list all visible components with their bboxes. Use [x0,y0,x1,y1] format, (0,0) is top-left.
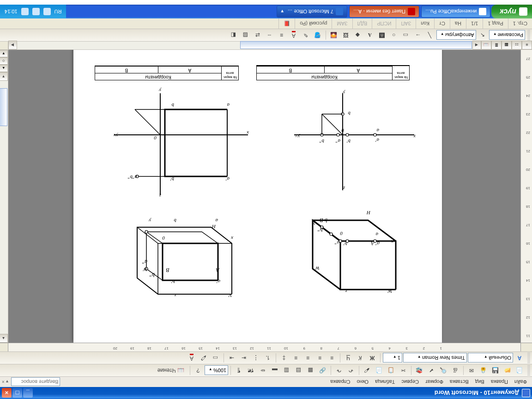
status-rec[interactable]: ЗАП [396,18,416,29]
select-objects-button[interactable]: ↖ [477,30,488,41]
menu-insert[interactable]: Вставка [447,378,472,386]
numbering-button[interactable]: ⒈ [262,352,273,363]
copy-button[interactable]: 📋 [386,365,397,376]
vertical-scrollbar[interactable]: ▲ ▼ ▴ ○ ▾ [0,50,8,343]
menu-help[interactable]: Справка [327,378,353,386]
style-combo[interactable]: Обычный [468,353,513,363]
tables-button[interactable]: ▦ [305,365,316,376]
cut-button[interactable]: ✂ [398,365,409,376]
help-button[interactable]: ? [193,365,204,376]
menu-file[interactable]: Файл [511,378,530,386]
toolbar-grip[interactable] [527,353,530,363]
size-combo[interactable]: 1 [383,353,402,363]
save-button[interactable]: 💾 [490,365,501,376]
read-mode-button[interactable]: 📖 Чтение [154,365,187,376]
view-normal-button[interactable]: ≡ [522,41,532,49]
scroll-left-button[interactable]: ◀ [472,41,481,49]
menu-table[interactable]: Таблица [372,378,398,386]
show-marks-button[interactable]: ¶ [233,365,244,376]
tray-icon[interactable] [43,8,51,15]
line-spacing-button[interactable]: ‡ [278,352,290,363]
autoshapes-menu[interactable]: Автофигуры [436,30,476,40]
close-button[interactable]: × [2,388,12,398]
menu-view[interactable]: Вид [472,378,488,386]
scroll-down-button[interactable]: ▼ [0,72,8,81]
format-painter-button[interactable]: 🖌 [362,365,373,376]
tray-icon[interactable] [32,8,40,15]
3d-button[interactable]: ◧ [228,30,239,41]
picture-button[interactable]: 🌄 [328,30,339,41]
next-page-button[interactable]: ▾ [0,50,8,57]
language-indicator[interactable]: RU [54,9,62,14]
menu-format[interactable]: Формат [422,378,447,386]
spell-button[interactable]: ✔ [426,365,437,376]
draw-menu[interactable]: Рисование [489,30,525,40]
status-trk[interactable]: ИСПР [372,18,396,29]
line-color-button[interactable]: ✎ [300,30,311,41]
drawing-toggle-button[interactable]: ✏ [257,365,268,376]
shadow-button[interactable]: ▨ [240,30,251,41]
redo-button[interactable]: ↷ [333,365,345,376]
styles-pane-button[interactable]: A [514,352,525,363]
help-dropdown-icon[interactable]: ▾ × [2,380,8,385]
taskbar-item-active[interactable]: 7 Microsoft Office …▾ [277,6,347,18]
toolbar-grip[interactable] [527,30,530,40]
view-read-button[interactable]: 📖 [481,41,491,49]
align-left-button[interactable]: ≡ [326,352,338,363]
status-ovr[interactable]: ЗАМ [332,18,352,29]
view-print-button[interactable]: ▦ [502,41,512,49]
borders-button[interactable]: ▭ [210,352,221,363]
line-style-button[interactable]: ≡ [276,30,287,41]
undo-button[interactable]: ↶ [345,365,357,376]
zoom-combo[interactable]: 100% [205,366,228,375]
diagram-button[interactable]: ◆ [352,30,363,41]
arrow-style-button[interactable]: ⇄ [252,30,263,41]
ruler-vertical[interactable]: 11121314151617181920212223242527 [520,50,532,343]
outdent-button[interactable]: ⇤ [238,352,249,363]
clipart-button[interactable]: 🖼 [340,30,351,41]
justify-button[interactable]: ≡ [290,352,302,363]
menu-tools[interactable]: Сервис [398,378,422,386]
tray-icon[interactable] [21,8,29,15]
font-color-draw-button[interactable]: A [288,30,299,41]
status-book-icon[interactable]: 📕 [278,18,295,29]
font-combo[interactable]: Times New Roman [403,353,467,363]
bullets-button[interactable]: ⋮ [250,352,261,363]
open-button[interactable]: 📂 [502,365,513,376]
fill-color-button[interactable]: 🪣 [312,30,323,41]
oval-button[interactable]: ○ [388,30,399,41]
arrow-button[interactable]: → [412,30,423,41]
textbox-button[interactable]: 🅰 [376,30,387,41]
menu-window[interactable]: Окно [354,378,372,386]
horizontal-scrollbar[interactable]: ≡ ⚏ ▦ ≣ 📖 ◀ ▶ [0,42,532,50]
italic-button[interactable]: К [355,352,366,363]
status-ext[interactable]: ВДЛ [352,18,372,29]
dash-style-button[interactable]: ┄ [264,30,275,41]
indent-button[interactable]: ⇥ [226,352,237,363]
start-button[interactable]: пуск [491,5,532,18]
bold-button[interactable]: Ж [367,352,378,363]
line-button[interactable]: ╲ [424,30,435,41]
preview-button[interactable]: 🔍 [438,365,449,376]
menu-edit[interactable]: Правка [488,378,511,386]
excel-button[interactable]: ▥ [281,365,292,376]
system-tray[interactable]: RU 10:14 [0,5,66,18]
ruler-horizontal[interactable]: 1234567891011121314151617181920 [0,343,532,351]
columns-button[interactable]: ▬ [269,365,280,376]
view-outline-button[interactable]: ≣ [491,41,502,49]
taskbar-item[interactable]: инженеркаOffice Pu… [421,6,490,18]
research-button[interactable]: 📚 [414,365,425,376]
hyperlink-button[interactable]: 🔗 [317,365,328,376]
scroll-right-button[interactable]: ▶ [8,41,17,49]
font-color-button[interactable]: A [186,352,197,363]
taskbar-item[interactable]: Пакет без имени - A… [349,6,419,18]
align-center-button[interactable]: ≡ [314,352,326,363]
permission-button[interactable]: 🔒 [478,365,489,376]
new-doc-button[interactable]: 📄 [514,365,525,376]
paste-button[interactable]: 📄 [374,365,385,376]
maximize-button[interactable]: □ [12,388,22,398]
align-right-button[interactable]: ≡ [302,352,314,363]
browse-object-button[interactable]: ○ [0,57,8,65]
highlight-button[interactable]: 🖍 [198,352,209,363]
scroll-thumb-h[interactable] [240,41,472,49]
